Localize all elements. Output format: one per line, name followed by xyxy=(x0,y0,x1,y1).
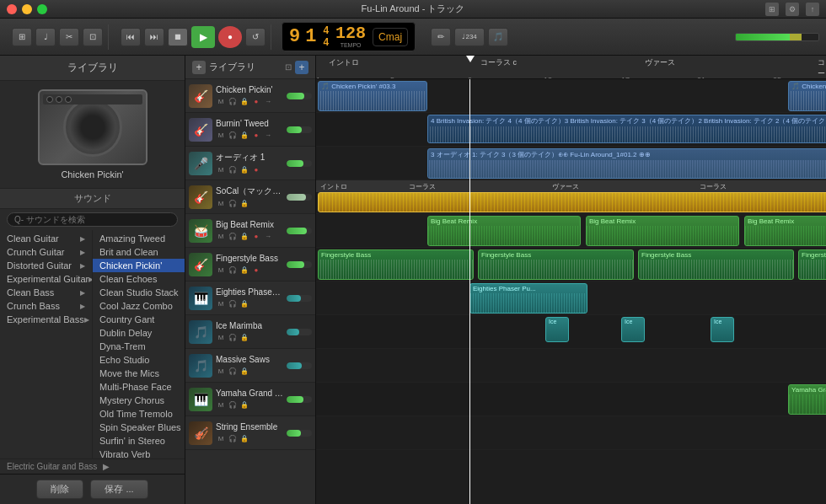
clip-fingerstyle-2[interactable]: Fingerstyle Bass xyxy=(478,249,634,280)
track-volume-slider[interactable] xyxy=(287,126,312,133)
track-volume-slider[interactable] xyxy=(287,295,312,302)
track-volume-slider[interactable] xyxy=(287,329,312,335)
play-button[interactable]: ▶ xyxy=(191,26,215,48)
library-toggle-icon[interactable]: ⊞ xyxy=(765,3,779,16)
track-send-btn[interactable]: → xyxy=(263,130,273,140)
track-lock-btn[interactable]: 🔒 xyxy=(239,199,249,209)
lib-cat-clean-bass[interactable]: Clean Bass▶ xyxy=(0,286,92,299)
lane-audio1[interactable]: 3 オーディオ 1: テイク 3（3 個のテイク）⊕⊕ Fu-Lin Aroun… xyxy=(316,147,826,180)
track-lock-btn[interactable]: 🔒 xyxy=(239,96,249,106)
maximize-button[interactable] xyxy=(37,4,47,14)
track-volume-slider[interactable] xyxy=(287,362,312,369)
add-track-button2[interactable]: + xyxy=(295,61,308,74)
lib-cat-clean-guitar[interactable]: Clean Guitar▶ xyxy=(0,232,92,245)
clip-ice-1[interactable]: Ice xyxy=(545,317,569,342)
track-lock-btn[interactable]: 🔒 xyxy=(239,433,249,443)
track-record-btn[interactable]: ● xyxy=(251,130,261,140)
track-mute-btn[interactable]: M xyxy=(216,130,226,140)
track-volume-slider[interactable] xyxy=(287,93,312,99)
position-display[interactable]: 9 1 4 4 128 TEMPO Cmaj xyxy=(282,22,416,51)
fast-forward-button[interactable]: ⏭ xyxy=(144,28,164,46)
preset-clean-echoes[interactable]: Clean Echoes xyxy=(93,272,185,286)
flex-btn[interactable]: ⊡ xyxy=(83,28,103,46)
clip-fingerstyle-4[interactable]: Fingerstyle Bass xyxy=(798,249,826,280)
clip-fingerstyle-3[interactable]: Fingerstyle Bass xyxy=(638,249,794,280)
track-record-btn[interactable]: ● xyxy=(251,265,261,275)
preset-dyna-trem[interactable]: Dyna-Trem xyxy=(93,340,185,353)
lib-cat-crunch-bass[interactable]: Crunch Bass▶ xyxy=(0,299,92,313)
lane-fingerstyle[interactable]: Fingerstyle Bass Fingerstyle Bass Finger… xyxy=(316,248,826,281)
save-button[interactable]: 保存 ... xyxy=(90,480,148,499)
track-volume-slider[interactable] xyxy=(287,160,312,167)
track-volume-slider[interactable] xyxy=(287,261,312,268)
count-in-btn[interactable]: ♩234 xyxy=(454,28,485,46)
pencil-tool[interactable]: ✏ xyxy=(431,28,451,46)
track-mute-btn[interactable]: M xyxy=(216,265,226,275)
preset-mystery-chorus[interactable]: Mystery Chorus xyxy=(93,394,185,407)
preset-spin-speaker-blues[interactable]: Spin Speaker Blues xyxy=(93,421,185,434)
search-input[interactable] xyxy=(7,212,178,227)
rewind-button[interactable]: ⏮ xyxy=(121,28,141,46)
track-lock-btn[interactable]: 🔒 xyxy=(239,366,249,376)
loop-button[interactable]: ↺ xyxy=(245,28,266,46)
window-controls[interactable] xyxy=(7,4,47,14)
lane-chicken-pickin[interactable]: 🎵 Chicken Pickin' #03.3 🎵 Chicken Pickin… xyxy=(316,79,826,113)
arrangement-expand-icon[interactable]: ⊡ xyxy=(285,62,292,72)
preset-clean-studio-stack[interactable]: Clean Studio Stack xyxy=(93,286,185,299)
preset-dublin-delay[interactable]: Dublin Delay xyxy=(93,326,185,340)
track-lock-btn[interactable]: 🔒 xyxy=(239,165,249,175)
track-headphones-btn[interactable]: 🎧 xyxy=(228,332,238,342)
clip-chicken-pickin-2[interactable]: 🎵 Chicken Pickin' xyxy=(788,81,826,111)
preset-multi-phase-face[interactable]: Multi-Phase Face xyxy=(93,380,185,394)
clip-ice-3[interactable]: Ice xyxy=(711,317,734,342)
clip-eighties-1[interactable]: Eighties Phaser Pu... xyxy=(469,283,587,314)
stop-button[interactable]: ⏹ xyxy=(168,28,188,46)
track-mute-btn[interactable]: M xyxy=(216,433,226,443)
track-record-btn[interactable]: ● xyxy=(251,96,261,106)
track-mute-btn[interactable]: M xyxy=(216,399,226,410)
track-lock-btn[interactable]: 🔒 xyxy=(239,265,249,275)
clip-bigbeat-1[interactable]: Big Beat Remix xyxy=(427,216,581,246)
add-track-button[interactable]: + xyxy=(192,61,206,74)
track-headphones-btn[interactable]: 🎧 xyxy=(228,433,238,443)
preset-cool-jazz-combo[interactable]: Cool Jazz Combo xyxy=(93,299,185,313)
lib-cat-experimental-guitar[interactable]: Experimental Guitar▶ xyxy=(0,272,92,286)
track-mute-btn[interactable]: M xyxy=(216,231,226,241)
clip-bigbeat-3[interactable]: Big Beat Remix xyxy=(744,216,826,246)
track-send-btn[interactable]: → xyxy=(263,231,273,241)
lane-burnin-tweed[interactable]: 4 British Invasion: テイク 4（4 個のテイク）3 Brit… xyxy=(316,113,826,147)
lib-cat-crunch-guitar[interactable]: Crunch Guitar▶ xyxy=(0,245,92,259)
track-volume-slider[interactable] xyxy=(287,430,312,437)
share-icon[interactable]: ↑ xyxy=(806,3,819,16)
lane-string-ensemble[interactable] xyxy=(316,416,826,450)
track-headphones-btn[interactable]: 🎧 xyxy=(228,399,238,410)
record-button[interactable]: ● xyxy=(218,26,242,48)
track-headphones-btn[interactable]: 🎧 xyxy=(228,199,238,209)
track-record-btn[interactable]: ● xyxy=(251,165,261,175)
clip-ice-2[interactable]: Ice xyxy=(621,317,645,342)
clip-fingerstyle-1[interactable]: Fingerstyle Bass xyxy=(318,249,474,280)
tuner-btn[interactable]: 🎵 xyxy=(488,28,508,46)
lane-bigbeat[interactable]: Big Beat Remix Big Beat Remix Big Beat R… xyxy=(316,214,826,248)
minimize-button[interactable] xyxy=(22,4,32,14)
track-mute-btn[interactable]: M xyxy=(216,366,226,376)
lane-massive-saws[interactable] xyxy=(316,349,826,383)
track-send-btn[interactable]: → xyxy=(263,96,273,106)
clip-audio1-1[interactable]: 3 オーディオ 1: テイク 3（3 個のテイク）⊕⊕ Fu-Lin Aroun… xyxy=(427,148,826,179)
track-volume-slider[interactable] xyxy=(287,396,312,403)
preset-brit-and-clean[interactable]: Brit and Clean xyxy=(93,245,185,259)
track-mute-btn[interactable]: M xyxy=(216,298,226,308)
clip-chicken-pickin-1[interactable]: 🎵 Chicken Pickin' #03.3 xyxy=(318,81,427,111)
track-lock-btn[interactable]: 🔒 xyxy=(239,399,249,410)
lane-eighties[interactable]: Eighties Phaser Pu... xyxy=(316,281,826,315)
preset-vibrato-verb[interactable]: Vibrato Verb xyxy=(93,448,185,458)
settings-icon[interactable]: ⚙ xyxy=(786,3,799,16)
preset-chicken-pickin[interactable]: Chicken Pickin' xyxy=(93,259,185,272)
track-headphones-btn[interactable]: 🎧 xyxy=(228,165,238,175)
track-mute-btn[interactable]: M xyxy=(216,332,226,342)
track-lock-btn[interactable]: 🔒 xyxy=(239,298,249,308)
clip-yamaha-1[interactable]: Yamaha Grand Hall xyxy=(788,384,826,415)
track-mute-btn[interactable]: M xyxy=(216,165,226,175)
clip-bigbeat-2[interactable]: Big Beat Remix xyxy=(586,216,739,246)
category-expand-arrow[interactable]: ▶ xyxy=(103,462,110,471)
